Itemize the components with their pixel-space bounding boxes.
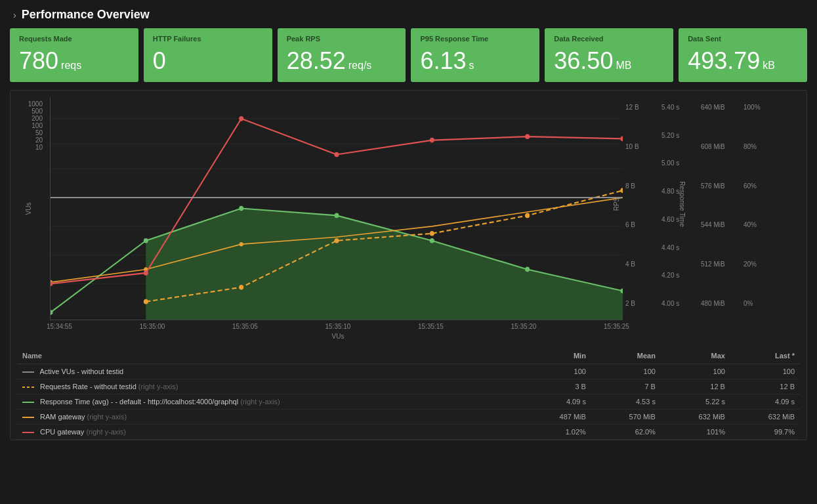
col-max: Max: [661, 348, 730, 364]
y-resp-tick: 4.00 s: [661, 300, 679, 307]
chart-svg: [51, 97, 623, 320]
svg-point-30: [525, 134, 530, 139]
metric-unit: MB: [616, 60, 631, 71]
svg-point-24: [240, 242, 243, 247]
legend-mean: 7 B: [591, 379, 661, 394]
y-pct-tick: 60%: [744, 182, 757, 190]
chart-plot: [50, 97, 623, 320]
legend-min: 487 MiB: [522, 410, 591, 425]
legend-row: Active VUs - without testid 100 100 100 …: [17, 364, 800, 379]
legend-min: 4.09 s: [522, 394, 591, 410]
y-resp-tick: 4.80 s: [661, 188, 679, 195]
y-rps-tick: 4 B: [625, 261, 635, 268]
y-left-tick: 20: [35, 136, 43, 144]
metrics-row: Requests Made 780reqs HTTP Failures 0 Pe…: [0, 28, 817, 90]
metric-card-0: Requests Made 780reqs: [10, 28, 138, 82]
legend-max: 5.22 s: [661, 394, 730, 410]
y-resp-tick: 4.40 s: [661, 244, 679, 251]
col-min: Min: [522, 348, 591, 364]
legend-max: 100: [661, 364, 730, 379]
y-axis-left: 1000500200100502010: [17, 97, 47, 164]
x-axis: 15:34:5515:35:0015:35:0515:35:1015:35:15…: [47, 320, 629, 331]
metric-card-3: P95 Response Time 6.13s: [411, 28, 539, 82]
col-mean: Mean: [591, 348, 661, 364]
legend-mean: 4.53 s: [591, 394, 661, 410]
metric-value: 0: [153, 49, 263, 73]
x-tick: 15:35:10: [325, 323, 351, 330]
y-resp-tick: 4.20 s: [661, 272, 679, 279]
metric-card-1: HTTP Failures 0: [144, 28, 272, 82]
metric-label: Requests Made: [19, 35, 129, 43]
x-tick: 15:35:05: [232, 323, 258, 330]
y-rps-tick: 12 B: [625, 104, 639, 111]
svg-point-19: [430, 231, 434, 236]
x-tick: 15:35:00: [140, 323, 165, 330]
legend-min: 3 B: [522, 379, 591, 394]
y-pct-tick: 100%: [744, 104, 761, 111]
metric-card-4: Data Received 36.50MB: [545, 28, 673, 82]
y-resp-tick: 5.00 s: [661, 159, 679, 167]
x-axis-title: VUs: [17, 331, 800, 345]
metric-value: 493.79kB: [688, 49, 798, 73]
y-rps-tick: 8 B: [625, 182, 635, 190]
y-data-tick: 544 MiB: [701, 221, 725, 228]
x-axis-row: 15:34:5515:35:0015:35:0515:35:1015:35:15…: [17, 320, 800, 331]
legend-min: 1.02%: [522, 425, 591, 440]
svg-point-28: [334, 152, 339, 158]
page-title: Performance Overview: [22, 8, 150, 22]
legend-table: Name Min Mean Max Last * Active VUs - wi…: [17, 348, 800, 440]
y-data-tick: 480 MiB: [701, 300, 725, 307]
y-rps-tick: 2 B: [625, 300, 635, 307]
y-resp-tick: 5.40 s: [661, 104, 679, 111]
metric-label: Data Sent: [688, 35, 798, 43]
right-y-axes: 12 B10 B8 B6 B4 B2 BRPS Response Time 5.…: [623, 97, 800, 320]
y-resp-tick: 5.20 s: [661, 132, 679, 139]
svg-point-17: [239, 285, 243, 290]
y-pct-tick: 80%: [744, 143, 757, 150]
svg-point-29: [430, 138, 434, 143]
y-data-tick: 608 MiB: [701, 143, 725, 150]
y-left-tick: 1000: [28, 100, 43, 108]
metric-unit: reqs: [61, 60, 81, 71]
metric-unit: req/s: [348, 60, 372, 71]
legend-row: RAM gateway (right y-axis) 487 MiB 570 M…: [17, 410, 800, 425]
svg-point-10: [144, 238, 148, 243]
legend-mean: 62.0%: [591, 425, 661, 440]
y-data-tick: 640 MiB: [701, 104, 725, 111]
y-pct-tick: 0%: [744, 300, 753, 307]
legend-last: 4.09 s: [730, 394, 800, 410]
y-left-tick: 200: [31, 115, 43, 122]
legend-max: 12 B: [661, 379, 730, 394]
legend-name: Requests Rate - without testid (right y-…: [17, 379, 522, 394]
y-left-tick: 10: [35, 144, 43, 151]
svg-point-11: [239, 206, 243, 211]
chart-section: 1000500200100502010 VUs: [0, 90, 817, 440]
chart-area: 1000500200100502010 VUs: [17, 97, 800, 320]
svg-point-20: [525, 213, 530, 219]
y-axis-pct: 100%80%60%40%20%0%: [741, 100, 770, 307]
y-axis-resp: Response Time 5.40 s5.20 s5.00 s4.80 s4.…: [659, 100, 698, 307]
metric-label: Peak RPS: [287, 35, 397, 43]
legend-row: CPU gateway (right y-axis) 1.02% 62.0% 1…: [17, 425, 800, 440]
y-data-tick: 576 MiB: [701, 182, 725, 190]
svg-marker-8: [51, 209, 623, 320]
legend-name: CPU gateway (right y-axis): [17, 425, 522, 440]
legend-row: Requests Rate - without testid (right y-…: [17, 379, 800, 394]
legend-last: 12 B: [730, 379, 800, 394]
metric-value: 6.13s: [420, 49, 530, 73]
y-left-tick: 50: [35, 129, 43, 136]
metric-unit: s: [469, 60, 474, 71]
legend-last: 99.7%: [730, 425, 800, 440]
legend-last: 632 MiB: [730, 410, 800, 425]
metric-value: 780reqs: [19, 49, 129, 73]
svg-point-16: [144, 299, 148, 304]
chevron-icon: ›: [13, 10, 16, 20]
metric-label: HTTP Failures: [153, 35, 263, 43]
svg-point-12: [334, 213, 339, 219]
metric-label: Data Received: [554, 35, 664, 43]
legend-max: 101%: [661, 425, 730, 440]
legend-mean: 570 MiB: [591, 410, 661, 425]
svg-point-14: [525, 267, 530, 272]
legend-name: Active VUs - without testid: [17, 364, 522, 379]
x-tick: 15:34:55: [47, 323, 72, 330]
